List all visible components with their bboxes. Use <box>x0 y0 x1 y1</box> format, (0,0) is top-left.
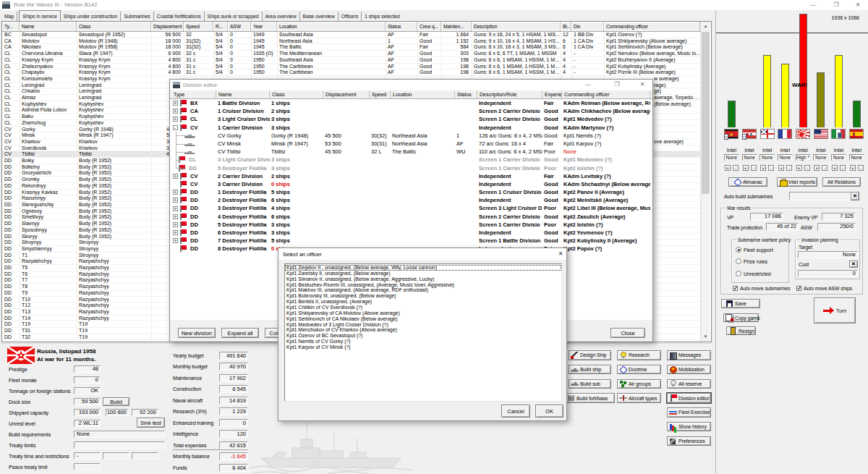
expand-icon[interactable]: + <box>173 214 178 219</box>
division-row[interactable]: + DD 4 Destroyer Flotilla 6 ships Screen… <box>170 213 652 221</box>
expand-icon[interactable]: + <box>173 222 178 227</box>
column-header[interactable]: Commanding officer <box>604 22 700 31</box>
sink-test-button[interactable]: Sink test <box>137 418 165 428</box>
tab[interactable]: Ships in service <box>19 10 60 21</box>
intel-minus-button[interactable]: - <box>858 165 864 171</box>
division-row[interactable]: CL 3 Light Cruiser Division 3 ships Scre… <box>170 156 652 164</box>
division-editor-button[interactable]: Expand all <box>221 328 259 338</box>
division-row[interactable]: + DD 1 Destroyer Flotilla 5 ships Screen… <box>170 188 652 196</box>
officer-list-item[interactable]: Kpt1 Chilikin of CV Sverdlovsk (?) <box>285 305 561 310</box>
action-button[interactable]: Doctrine <box>617 365 661 375</box>
column-header[interactable]: Div <box>571 22 604 31</box>
action-button[interactable]: Show history <box>667 422 711 432</box>
scroll-down-icon[interactable]: ▼ <box>701 332 710 342</box>
column-header[interactable]: Type <box>171 90 216 99</box>
minimize-icon[interactable]: — <box>579 80 597 90</box>
action-button[interactable]: All reserve <box>667 379 711 389</box>
table-row[interactable]: BC Sevastopol Sevastopol (R 1952) 56 500… <box>2 32 700 38</box>
intel-minus-button[interactable]: - <box>768 165 774 171</box>
tab[interactable]: 1 ships selected <box>362 12 403 21</box>
table-row[interactable]: CA Nikolaev Molotov (R 1958) 18 000 31(3… <box>2 44 700 51</box>
table-scrollbar[interactable]: ▲ ▼ <box>700 22 710 342</box>
expand-icon[interactable]: + <box>173 174 178 179</box>
officer-list-item[interactable]: Kpt1 Menchukov of CV Kharkov (Above aver… <box>285 327 561 333</box>
division-row[interactable]: CV Tbilisi Tbilisi 45 500 32 L The Balti… <box>170 148 652 156</box>
save-button[interactable]: Save <box>721 299 760 308</box>
intel-minus-button[interactable]: - <box>840 165 846 171</box>
table-row[interactable]: CL Zheleznyakov Krasnyy Krym 4 800 31 c … <box>2 64 700 70</box>
action-button[interactable]: Research <box>617 350 661 360</box>
division-row[interactable]: + CL 3 Light Cruiser Division 3 ships Sc… <box>170 115 652 123</box>
action-button[interactable]: Build sub <box>569 379 611 389</box>
intel-reports-button[interactable]: Intel reports <box>777 177 817 187</box>
column-header[interactable]: Class <box>77 22 151 31</box>
radio-icon[interactable] <box>736 258 741 264</box>
action-button[interactable]: Build ship <box>569 365 611 375</box>
close-icon[interactable]: ✕ <box>552 248 569 260</box>
officer-list-item[interactable]: Kpt1 Bobrovsky III, unassigned, (Below a… <box>285 293 561 299</box>
action-button[interactable]: Division editor <box>667 393 711 403</box>
f-germany[interactable] <box>724 129 739 139</box>
intel-plus-button[interactable]: + <box>850 165 856 171</box>
tab[interactable]: Area overview <box>263 12 300 21</box>
intel-minus-button[interactable]: - <box>804 165 810 171</box>
column-header[interactable]: Speed <box>370 90 391 99</box>
almanac-button[interactable]: Almanac <box>728 177 767 187</box>
maximize-icon[interactable]: ❐ <box>608 80 626 90</box>
intel-minus-button[interactable]: - <box>751 165 757 171</box>
division-row[interactable]: + CA 1 Cruiser Division 2 ships Screen 2… <box>170 107 652 115</box>
intel-minus-button[interactable]: - <box>822 165 827 171</box>
division-row[interactable]: CV Gorky Gorky (R 1948) 45 500 30(32) No… <box>170 132 652 140</box>
column-header[interactable]: Name <box>216 90 270 99</box>
column-header[interactable]: Speed <box>184 22 213 31</box>
column-header[interactable]: Location <box>277 22 386 31</box>
tab[interactable]: Officers <box>339 12 362 21</box>
intel-minus-button[interactable]: - <box>786 165 792 171</box>
officer-list-item[interactable]: Kpt1 Nemits of CV Gorky (?) <box>285 339 561 344</box>
column-header[interactable]: ASW <box>228 22 251 31</box>
auto-build-clear-icon[interactable]: ✕ <box>851 192 859 200</box>
expand-icon[interactable]: + <box>173 230 178 235</box>
action-button[interactable]: Mobilization <box>667 365 711 375</box>
table-row[interactable]: CL Krasnyy Krym Krasnyy Krym 4 800 31 c … <box>2 57 700 64</box>
division-row[interactable]: + BX 1 Battle Division 1 ships Independe… <box>170 99 652 107</box>
intel-plus-button[interactable]: + <box>796 165 802 171</box>
officer-list-item[interactable]: Kpt1 Simanov II, unassigned, (Below aver… <box>285 276 561 282</box>
column-header[interactable]: Ty... <box>2 22 20 31</box>
division-row[interactable]: + DD 7 Destroyer Flotilla 5 ships Screen… <box>170 237 652 245</box>
close-icon[interactable]: ✕ <box>634 80 651 90</box>
f-france[interactable] <box>778 129 792 139</box>
division-row[interactable]: DD 5 Destroyer Flotilla 3 ships Screen 1… <box>170 164 652 172</box>
action-button[interactable]: Messages <box>667 350 711 360</box>
close-icon[interactable]: ✕ <box>849 0 867 10</box>
column-header[interactable]: Location <box>391 90 455 99</box>
officer-list-item[interactable]: Kpt1 Makhov III, unassigned, (Above aver… <box>285 287 561 293</box>
tab[interactable]: Ships sunk or scrapped <box>205 12 263 21</box>
f-italy[interactable] <box>831 129 846 139</box>
invasion-clear-icon[interactable]: ✕ <box>849 261 858 268</box>
expand-icon[interactable]: + <box>173 101 178 106</box>
expand-icon[interactable]: + <box>173 238 178 243</box>
division-row[interactable]: + CV 2 Carrier Division 2 ships Independ… <box>170 172 652 180</box>
intel-plus-button[interactable]: + <box>743 165 749 171</box>
table-row[interactable]: CL Chapayev Krasnyy Krym 4 800 31 c 5/4 … <box>2 69 700 76</box>
f-japan[interactable] <box>796 129 810 139</box>
intel-plus-button[interactable]: + <box>832 165 838 171</box>
table-row[interactable]: CL Chervona Ukraina Slava (R 1947) 6 900… <box>2 51 700 57</box>
division-row[interactable]: CV 3 Carrier Division 0 ships Independen… <box>170 180 652 188</box>
table-row[interactable]: CA Molotov Molotov (R 1948) 18 000 31(32… <box>2 38 700 45</box>
expand-icon[interactable]: + <box>173 198 178 203</box>
maximize-icon[interactable]: ❐ <box>827 0 845 10</box>
column-header[interactable]: Crew q... <box>417 22 441 31</box>
intel-minus-button[interactable]: - <box>733 165 739 171</box>
tab[interactable]: Submarines <box>121 12 153 21</box>
officer-list-item[interactable]: Kpt1 Zaretsky II, unassigned, (Below ave… <box>285 271 561 276</box>
scroll-up-icon[interactable]: ▲ <box>701 22 710 31</box>
copy-game-button[interactable]: Copy game <box>723 313 759 322</box>
expand-icon[interactable]: + <box>173 206 178 211</box>
officer-list-item[interactable]: Kpt1 Zegelov II , unassigned, (Below ave… <box>285 265 561 271</box>
column-header[interactable]: Experie... <box>542 90 562 99</box>
column-header[interactable]: Status <box>455 90 477 99</box>
checkbox-icon[interactable]: ✓ <box>733 286 738 291</box>
expand-icon[interactable]: - <box>173 125 178 130</box>
